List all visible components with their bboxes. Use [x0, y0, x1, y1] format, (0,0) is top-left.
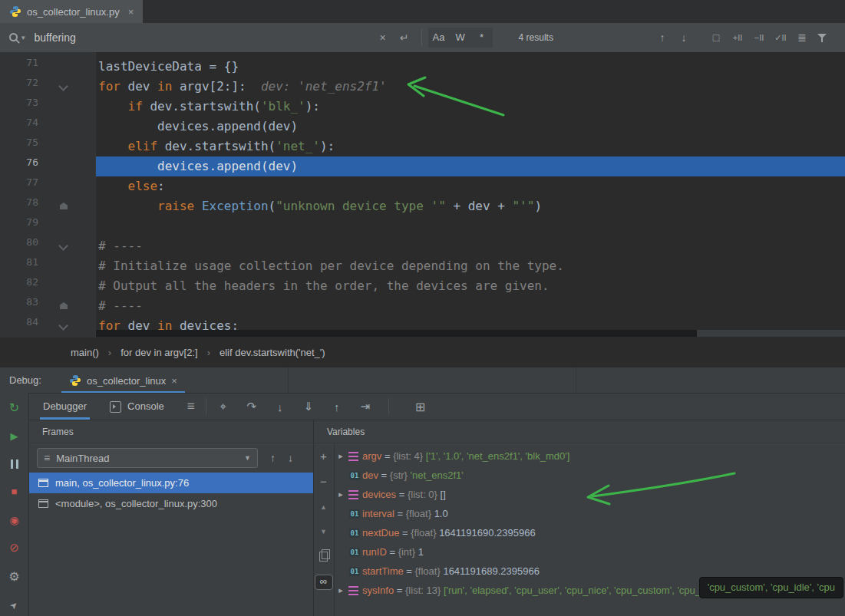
breadcrumb-item[interactable]: for dev in argv[2:] — [120, 347, 197, 358]
code-line[interactable]: devices.append(dev) — [96, 117, 845, 137]
python-icon — [69, 374, 81, 387]
match-case-toggle[interactable]: Aa — [428, 28, 450, 48]
code-line[interactable]: # Output all the headers in the order, t… — [96, 276, 845, 296]
frame-down-icon[interactable]: ↓ — [288, 452, 293, 464]
search-icon — [9, 32, 20, 44]
pycharm-window: os_collector_linux.py × ▾ buffering ×↵ A… — [0, 0, 845, 616]
code-line[interactable]: raise Exception("unknown device type '" … — [96, 196, 845, 216]
expand-arrow-icon[interactable]: ▸ — [335, 489, 347, 499]
code-line[interactable]: else: — [96, 176, 845, 196]
mute-breakpoints-button[interactable]: ⊘ — [0, 539, 28, 557]
expand-arrow-icon[interactable]: ▸ — [335, 585, 347, 595]
add-watch-button[interactable]: + — [314, 448, 333, 465]
step-over-icon[interactable]: ↷ — [246, 400, 258, 413]
editor-tab-bar: os_collector_linux.py × — [0, 0, 845, 23]
select-all-occurrences-icon[interactable]: ✓II — [774, 33, 787, 43]
code-line[interactable]: devices.append(dev) — [96, 156, 845, 176]
code-line[interactable]: if dev.startswith('blk_'): — [96, 97, 845, 117]
frames-panel: MainThread ▼ ↑↓ main, os_collector_linux… — [29, 443, 313, 616]
stop-button[interactable]: ■ — [0, 483, 28, 501]
words-toggle[interactable]: W — [450, 28, 471, 48]
code-line[interactable]: elif dev.startswith('net_'): — [96, 137, 845, 156]
step-out-icon[interactable]: ↑ — [331, 400, 343, 413]
variable-value: 1.0 — [431, 508, 448, 519]
frame-row[interactable]: <module>, os_collector_linux.py:300 — [29, 493, 313, 514]
frame-nav-icons: ↑↓ — [258, 452, 293, 464]
show-watches-toggle[interactable]: ∞ — [314, 572, 333, 589]
settings-button[interactable]: ⚙ — [0, 568, 28, 586]
filter-lines-icon[interactable]: ≣ — [795, 31, 809, 44]
run-to-cursor-icon[interactable]: ⇥ — [359, 400, 371, 413]
line-number: 78 — [0, 196, 38, 216]
find-in-selection-icon[interactable]: □ — [709, 31, 723, 44]
debug-session-tab[interactable]: os_collector_linux × — [63, 367, 183, 394]
search-options-chevron-icon[interactable]: ▾ — [21, 34, 25, 41]
code-line[interactable] — [96, 216, 845, 236]
prev-occurrence-icon[interactable]: ↑ — [655, 31, 669, 44]
variable-value: 1 — [415, 546, 424, 558]
close-session-icon[interactable]: × — [171, 375, 177, 387]
duplicate-watch-button[interactable] — [314, 548, 333, 565]
step-into-icon[interactable]: ↓ — [274, 400, 286, 413]
expand-arrow-icon[interactable]: ▸ — [335, 451, 347, 461]
resume-button[interactable]: ▶ — [0, 427, 28, 446]
variable-type: {float} — [406, 508, 431, 519]
breadcrumb-item[interactable]: main() — [71, 347, 99, 358]
editor-tab[interactable]: os_collector_linux.py × — [0, 0, 143, 23]
frame-row[interactable]: main, os_collector_linux.py:76 — [29, 473, 313, 493]
frames-list: main, os_collector_linux.py:76<module>, … — [29, 473, 313, 514]
move-down-button[interactable]: ▼ — [314, 523, 333, 540]
next-occurrence-icon[interactable]: ↓ — [677, 31, 691, 44]
code-editor[interactable]: 7172737475767778798081828384 lastDeviceD… — [0, 52, 845, 338]
variable-row[interactable]: ▸devices = {list: 0} [] — [335, 485, 845, 504]
add-occurrence-icon[interactable]: +II — [731, 33, 744, 42]
variable-row[interactable]: interval = {float} 1.0 — [335, 504, 845, 523]
newline-icon[interactable]: ↵ — [398, 31, 411, 44]
editor-gutter: 7172737475767778798081828384 — [0, 52, 96, 338]
divider — [421, 29, 422, 46]
horizontal-scrollbar[interactable] — [96, 330, 845, 337]
debug-window-header: Debug: os_collector_linux × — [0, 367, 845, 393]
variable-row[interactable]: runID = {int} 1 — [335, 542, 845, 562]
clear-search-icon[interactable]: × — [376, 31, 390, 44]
variable-row[interactable]: nextDue = {float} 1641191690.2395966 — [335, 523, 845, 542]
variable-row[interactable]: dev = {str} 'net_ens2f1' — [335, 466, 845, 485]
search-results-count: 4 results — [519, 32, 553, 43]
evaluate-expression-icon[interactable]: ⊞ — [415, 400, 425, 414]
rerun-button[interactable]: ↻ — [0, 399, 28, 417]
variable-name: devices — [362, 489, 396, 500]
chevron-down-icon: ▼ — [244, 454, 251, 462]
scrollbar-thumb[interactable] — [96, 330, 697, 337]
frame-up-icon[interactable]: ↑ — [270, 452, 276, 464]
debug-strip: ↻▶■◉⊘⚙➤ — [0, 393, 29, 616]
search-input[interactable]: buffering — [35, 31, 372, 44]
find-nav-icons: ↑↓ — [652, 31, 695, 44]
view-breakpoints-button[interactable]: ◉ — [0, 511, 28, 529]
variables-panel: +−▲▼∞ ▸argv = {list: 4} ['1', '1.0', 'ne… — [313, 443, 845, 616]
line-number: 72 — [0, 77, 38, 97]
show-execution-point-icon[interactable]: ⌖ — [217, 400, 229, 413]
code-line[interactable]: # ---- — [96, 296, 845, 316]
code-lines[interactable]: lastDeviceData = {}for dev in argv[2:]: … — [96, 52, 845, 338]
variable-row[interactable]: ▸argv = {list: 4} ['1', '1.0', 'net_ens2… — [335, 446, 845, 466]
close-tab-icon[interactable]: × — [128, 6, 134, 18]
line-number: 76 — [0, 156, 38, 176]
code-line[interactable]: # Initialize usage collection per device… — [96, 256, 845, 276]
code-line[interactable]: for dev in argv[2:]: dev: 'net_ens2f1' — [96, 77, 845, 97]
pin-button[interactable]: ➤ — [0, 596, 28, 614]
tab-console[interactable]: Console — [110, 394, 164, 420]
variable-value: 1641191690.2395966 — [437, 527, 536, 539]
thread-selector[interactable]: MainThread ▼ — [37, 448, 258, 468]
code-line[interactable]: # ---- — [96, 236, 845, 256]
remove-occurrence-icon[interactable]: −II — [752, 33, 766, 42]
tab-debugger[interactable]: Debugger — [40, 394, 90, 420]
layout-menu-icon[interactable]: ≡ — [187, 399, 195, 414]
remove-watch-button[interactable]: − — [314, 473, 333, 490]
regex-toggle[interactable]: * — [471, 28, 493, 48]
breadcrumb-item[interactable]: elif dev.startswith('net_') — [220, 347, 325, 358]
force-step-into-icon[interactable]: ⇓ — [302, 400, 315, 413]
pause-button[interactable] — [0, 455, 28, 473]
filter-icon[interactable] — [817, 33, 828, 43]
move-up-button[interactable]: ▲ — [314, 499, 333, 516]
code-line[interactable]: lastDeviceData = {} — [96, 57, 845, 77]
